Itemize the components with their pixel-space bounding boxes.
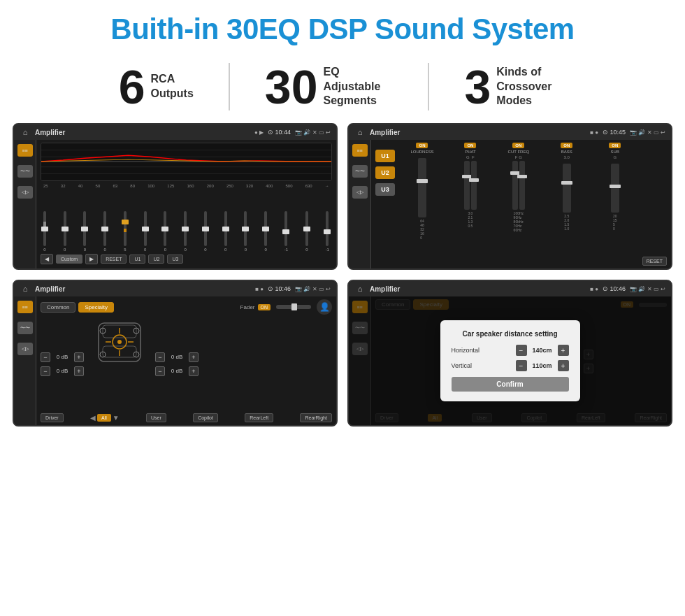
eq-screen: ⌂ Amplifier ● ▶ ⊙ 10:44 📷 🔊 ✕ ▭ ↩ ≡≡ 〜〜 … <box>13 123 338 270</box>
eq-time: ⊙ 10:44 <box>268 129 291 136</box>
specialty-sidebar-icon-2[interactable]: 〜〜 <box>17 322 33 334</box>
eq-prev-btn[interactable]: ◀ <box>41 254 53 264</box>
crossover-status-bar: ⌂ Amplifier ■ ● ⊙ 10:45 📷 🔊 ✕ ▭ ↩ <box>349 124 671 140</box>
dialog-title: Car speaker distance setting <box>452 330 569 338</box>
rearleft-btn[interactable]: RearLeft <box>245 413 273 422</box>
specialty-dot: ■ ● <box>255 286 264 292</box>
plus-btn-3[interactable]: + <box>189 352 199 362</box>
crossover-screen: ⌂ Amplifier ■ ● ⊙ 10:45 📷 🔊 ✕ ▭ ↩ ≡≡ 〜〜 … <box>347 123 672 270</box>
minus-btn-3[interactable]: − <box>155 352 165 362</box>
crossover-sidebar-icon-1[interactable]: ≡≡ <box>352 144 368 157</box>
eq-u3-btn[interactable]: U3 <box>167 255 183 264</box>
horizontal-minus-btn[interactable]: − <box>516 345 527 356</box>
specialty-time: ⊙ 10:46 <box>268 285 291 292</box>
rearright-btn[interactable]: RearRight <box>300 413 332 422</box>
fader-person-icon: 👤 <box>317 299 332 315</box>
eq-freq-labels: 2532405063 80100125160200 25032040050063… <box>41 184 332 188</box>
fader-toggle[interactable]: ON <box>258 304 271 310</box>
crossover-time: ⊙ 10:45 <box>603 129 626 136</box>
stat-rca: 6 RCAOutputs <box>84 63 230 110</box>
eq-u2-btn[interactable]: U2 <box>148 255 164 264</box>
specialty-title: Amplifier <box>35 285 251 293</box>
horizontal-value: 140cm <box>530 347 555 354</box>
dialog-screen: ⌂ Amplifier ■ ● ⊙ 10:46 📷 🔊 ✕ ▭ ↩ ≡≡ 〜〜 … <box>347 280 672 427</box>
minus-btn-4[interactable]: − <box>155 366 165 376</box>
main-title: Buith-in 30EQ DSP Sound System <box>0 0 685 56</box>
eq-status-bar: ⌂ Amplifier ● ▶ ⊙ 10:44 📷 🔊 ✕ ▭ ↩ <box>14 124 336 140</box>
user-btn[interactable]: User <box>146 413 166 422</box>
stat-number-6: 6 <box>119 63 145 110</box>
stat-eq: 30 EQ AdjustableSegments <box>230 63 430 110</box>
eq-reset-btn[interactable]: RESET <box>101 255 127 264</box>
fader-label: Fader <box>240 304 255 310</box>
crossover-status-icons: 📷 🔊 ✕ ▭ ↩ <box>630 129 665 136</box>
crossover-sidebar-icon-2[interactable]: 〜〜 <box>352 165 368 178</box>
vertical-plus-btn[interactable]: + <box>558 360 569 371</box>
specialty-content: Common Specialty Fader ON 👤 − 0 <box>36 296 336 425</box>
vertical-minus-btn[interactable]: − <box>516 360 527 371</box>
stats-row: 6 RCAOutputs 30 EQ AdjustableSegments 3 … <box>0 56 685 123</box>
eq-bottom-bar: ◀ Custom ▶ RESET U1 U2 U3 <box>41 252 332 266</box>
dialog-screen-title: Amplifier <box>370 285 586 293</box>
specialty-screen: ⌂ Amplifier ■ ● ⊙ 10:46 📷 🔊 ✕ ▭ ↩ ≡≡ 〜〜 … <box>13 280 338 427</box>
dialog-status-bar: ⌂ Amplifier ■ ● ⊙ 10:46 📷 🔊 ✕ ▭ ↩ <box>349 281 671 296</box>
eq-sidebar-icon-1[interactable]: ≡≡ <box>17 144 33 157</box>
chevron-left-icon[interactable]: ◀ <box>90 414 96 422</box>
crossover-sidebar-icon-3[interactable]: ◁▷ <box>352 186 368 199</box>
car-diagram <box>88 317 151 366</box>
confirm-button[interactable]: Confirm <box>452 377 569 392</box>
vertical-value: 110cm <box>530 362 555 369</box>
copilot-btn[interactable]: Copilot <box>193 413 218 422</box>
specialty-sidebar-icon-3[interactable]: ◁▷ <box>17 343 33 355</box>
eq-graph <box>41 143 332 181</box>
home-icon[interactable]: ⌂ <box>20 127 31 138</box>
dialog-dot: ■ ● <box>590 286 598 292</box>
horizontal-label: Horizontal <box>452 347 480 354</box>
stat-text-rca: RCAOutputs <box>151 72 194 101</box>
eq-preset-label: Custom <box>56 255 82 264</box>
chevron-down-icon[interactable]: ▼ <box>113 414 120 422</box>
stat-text-eq: EQ AdjustableSegments <box>323 65 393 108</box>
vertical-row: Vertical − 110cm + <box>452 360 569 371</box>
eq-content: 2532405063 80100125160200 25032040050063… <box>36 140 336 268</box>
dialog-home-icon[interactable]: ⌂ <box>354 283 366 294</box>
crossover-reset-btn[interactable]: RESET <box>642 257 667 266</box>
minus-btn-2[interactable]: − <box>41 366 50 376</box>
vol-value-2: 0 dB <box>52 368 72 374</box>
plus-btn-4[interactable]: + <box>189 366 199 376</box>
crossover-dot: ■ ● <box>590 129 598 136</box>
horizontal-row: Horizontal − 140cm + <box>452 345 569 356</box>
u3-btn[interactable]: U3 <box>375 183 395 196</box>
screens-grid: ⌂ Amplifier ● ▶ ⊙ 10:44 📷 🔊 ✕ ▭ ↩ ≡≡ 〜〜 … <box>0 123 685 436</box>
eq-sidebar: ≡≡ 〜〜 ◁▷ <box>14 140 36 268</box>
u1-btn[interactable]: U1 <box>375 150 395 162</box>
specialty-home-icon[interactable]: ⌂ <box>20 283 31 294</box>
u2-btn[interactable]: U2 <box>375 166 395 179</box>
eq-sliders: 0 0 0 0 5 0 0 0 0 0 0 0 -1 0 -1 <box>41 191 332 252</box>
specialty-sidebar: ≡≡ 〜〜 ◁▷ <box>14 296 36 425</box>
minus-btn-1[interactable]: − <box>41 352 50 362</box>
eq-sidebar-icon-3[interactable]: ◁▷ <box>17 186 33 199</box>
eq-sidebar-icon-2[interactable]: 〜〜 <box>17 165 33 178</box>
plus-btn-1[interactable]: + <box>74 352 84 362</box>
crossover-home-icon[interactable]: ⌂ <box>354 127 366 138</box>
specialty-tab[interactable]: Specialty <box>78 302 113 313</box>
eq-u1-btn[interactable]: U1 <box>129 255 145 264</box>
eq-status-icons: 📷 🔊 ✕ ▭ ↩ <box>295 129 331 136</box>
plus-btn-2[interactable]: + <box>74 366 84 376</box>
common-tab[interactable]: Common <box>41 302 75 313</box>
stat-text-crossover: Kinds ofCrossover Modes <box>496 65 566 108</box>
horizontal-plus-btn[interactable]: + <box>558 345 569 356</box>
all-btn[interactable]: All <box>97 414 111 422</box>
driver-btn[interactable]: Driver <box>41 413 64 422</box>
u-buttons: U1 U2 U3 <box>375 143 395 266</box>
crossover-sidebar: ≡≡ 〜〜 ◁▷ <box>349 140 371 268</box>
vol-value-3: 0 dB <box>167 354 187 360</box>
crossover-title: Amplifier <box>370 129 586 136</box>
eq-dot: ● ▶ <box>254 129 264 136</box>
dialog-box: Car speaker distance setting Horizontal … <box>440 320 580 401</box>
stat-number-30: 30 <box>265 63 318 110</box>
eq-play-btn[interactable]: ▶ <box>85 254 98 264</box>
specialty-sidebar-icon-1[interactable]: ≡≡ <box>17 301 33 313</box>
eq-title: Amplifier <box>35 129 250 136</box>
